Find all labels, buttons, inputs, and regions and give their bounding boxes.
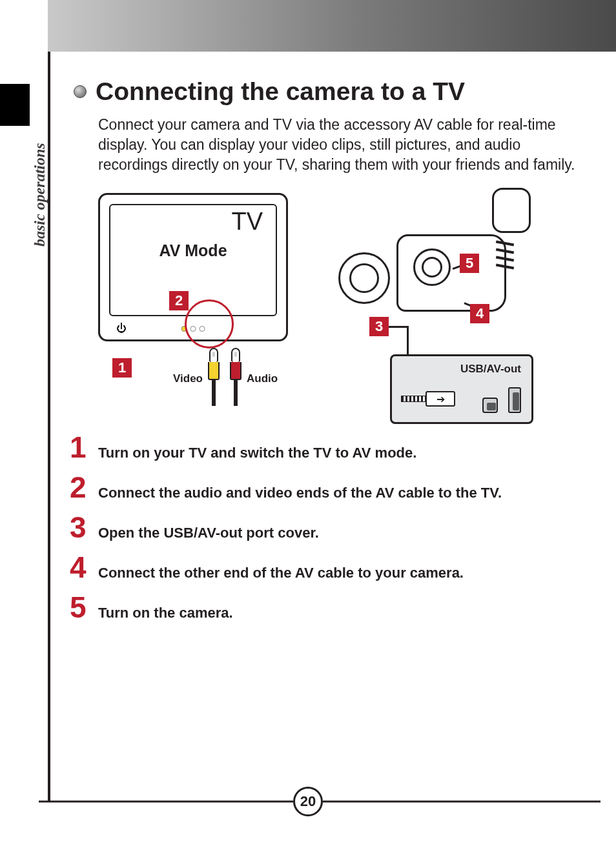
callout-4: 4 [470, 304, 489, 323]
step-text: Connect the audio and video ends of the … [98, 485, 502, 501]
port-title: USB/AV-out [460, 363, 521, 376]
step-number: 3 [70, 512, 92, 542]
callout-5: 5 [460, 254, 479, 273]
audio-label: Audio [247, 372, 278, 385]
connection-diagram: TV AV Mode ⏻ Video Audio [93, 193, 577, 425]
vertical-divider [48, 52, 50, 802]
intro-paragraph: Connect your camera and TV via the acces… [98, 115, 577, 175]
page-number: 20 [293, 787, 323, 816]
tv-screen: TV AV Mode [109, 204, 277, 316]
step-item: 4 Connect the other end of the AV cable … [70, 552, 577, 582]
step-item: 2 Connect the audio and video ends of th… [70, 472, 577, 502]
arrow-right-icon: ➔ [426, 391, 455, 407]
callout-3: 3 [369, 317, 389, 336]
bullet-icon [74, 85, 87, 98]
tv-label: TV [231, 208, 263, 236]
step-item: 3 Open the USB/AV-out port cover. [70, 512, 577, 542]
step-text: Open the USB/AV-out port cover. [98, 525, 319, 541]
page-number-rule [39, 801, 293, 803]
power-icon: ⏻ [116, 323, 127, 334]
section-label: basic operations [31, 143, 48, 247]
step-item: 5 Turn on the camera. [70, 592, 577, 622]
content-area: Connecting the camera to a TV Connect yo… [74, 77, 577, 425]
page-number-rule [323, 801, 601, 803]
av-input-highlight-circle [185, 299, 234, 348]
step-item: 1 Turn on your TV and switch the TV to A… [70, 432, 577, 462]
tv-avmode-text: AV Mode [159, 241, 227, 260]
camera-ports [482, 387, 521, 413]
header-gradient [48, 0, 616, 52]
leader-line [407, 326, 409, 354]
step-text: Turn on the camera. [98, 605, 233, 621]
steps-list: 1 Turn on your TV and switch the TV to A… [70, 432, 577, 632]
step-text: Turn on your TV and switch the TV to AV … [98, 445, 416, 461]
step-number: 1 [70, 432, 92, 462]
page-title: Connecting the camera to a TV [96, 77, 465, 106]
rca-plug-audio [230, 348, 241, 406]
step-number: 4 [70, 552, 92, 582]
video-label: Video [173, 372, 203, 385]
callout-1: 1 [112, 358, 132, 378]
title-row: Connecting the camera to a TV [74, 77, 577, 106]
camera-illustration [338, 207, 526, 349]
usb-port-icon [508, 387, 521, 413]
step-number: 2 [70, 472, 92, 502]
step-text: Connect the other end of the AV cable to… [98, 565, 464, 581]
step-number: 5 [70, 592, 92, 622]
av-out-port-icon [482, 398, 498, 413]
rca-plug-video [208, 348, 220, 406]
callout-2: 2 [169, 291, 189, 310]
page-number-wrap: 20 [293, 787, 323, 816]
av-cable-connector: ➔ [401, 391, 455, 407]
left-black-tab [0, 84, 30, 126]
port-detail-panel: USB/AV-out ➔ [390, 354, 533, 424]
